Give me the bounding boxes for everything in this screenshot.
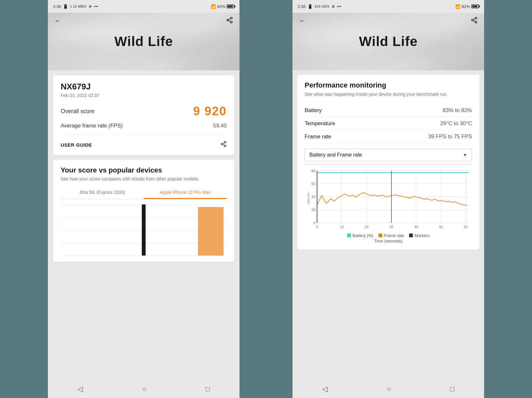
svg-text:80: 80: [311, 168, 315, 172]
status-right-left-side: 2:38 📱 915 KB/S ❄ •••: [298, 4, 341, 9]
score-bar-right: [198, 207, 224, 256]
svg-line-8: [223, 144, 224, 145]
svg-point-7: [224, 145, 226, 147]
status-right-right-side: 📶 82%: [455, 4, 479, 9]
svg-text:50: 50: [439, 225, 443, 229]
data-speed-left: 1.15 MB/S: [70, 4, 86, 8]
dropdown-label: Battery and Frame rate: [309, 152, 362, 158]
compare-subtitle: See how your score compares with results…: [61, 176, 227, 181]
svg-point-0: [231, 17, 232, 19]
x-axis-label: Time (seconds): [305, 239, 472, 243]
svg-text:40: 40: [311, 195, 315, 199]
battery-percent-right: 82%: [462, 4, 470, 9]
legend-battery: Battery (%): [347, 233, 373, 238]
bottom-nav-right: ◁ ○ □: [293, 380, 484, 398]
phone-right: 2:38 📱 915 KB/S ❄ ••• 📶 82% ←: [293, 0, 484, 398]
wifi-icon-right: 📶: [455, 4, 460, 9]
recent-nav-right[interactable]: □: [450, 385, 454, 393]
hero-banner-left: ← Wild Life: [48, 13, 239, 70]
svg-text:60: 60: [311, 181, 315, 186]
phone-left: 2:38 📱 1.15 MB/S ❄ ••• 📶 82% ←: [48, 0, 239, 398]
more-icon: •••: [94, 4, 98, 9]
temp-label: Temperature: [305, 120, 335, 127]
svg-text:0: 0: [313, 220, 315, 225]
home-nav-right[interactable]: ○: [387, 385, 391, 393]
svg-text:Wild Life: Wild Life: [307, 193, 310, 204]
hero-banner-right: ← Wild Life: [293, 13, 484, 70]
device-date: Feb 23, 2022 02:37: [61, 93, 227, 98]
share-button-card[interactable]: [220, 141, 227, 149]
svg-text:40: 40: [414, 225, 418, 229]
chart-dropdown[interactable]: Battery and Frame rate ▼: [305, 149, 472, 161]
time-right: 2:38: [298, 4, 306, 9]
svg-line-4: [229, 19, 231, 20]
battery-icon-right: [471, 4, 479, 8]
markers-legend-label: Markers: [414, 233, 429, 238]
more-icon-right: •••: [337, 4, 341, 9]
fps-label: Average frame rate (FPS): [61, 123, 123, 129]
svg-text:20: 20: [311, 207, 315, 211]
chart-legend: Battery (%) Frame rate Markers: [305, 233, 472, 238]
svg-text:30: 30: [390, 225, 393, 229]
metric-temperature: Temperature 29°C to 30°C: [305, 117, 472, 130]
fps-value: 59.40: [213, 123, 227, 129]
svg-point-5: [224, 142, 226, 143]
compare-card: Your score vs popular devices See how yo…: [53, 160, 234, 262]
share-button-left[interactable]: [226, 17, 233, 26]
phones-container: 2:38 📱 1.15 MB/S ❄ ••• 📶 82% ←: [0, 0, 532, 398]
user-guide-label[interactable]: USER GUIDE: [61, 142, 92, 148]
svg-text:60: 60: [464, 225, 468, 229]
metric-battery: Battery 83% to 82%: [305, 104, 472, 117]
bottom-nav-left: ◁ ○ □: [48, 380, 239, 398]
perf-subtitle: See what was happening inside your devic…: [305, 91, 472, 98]
bluetooth-icon-right: ❄: [331, 4, 335, 9]
back-button-right[interactable]: ←: [299, 17, 306, 26]
tab-iphone[interactable]: Apple iPhone 12 Pro Max: [144, 187, 227, 199]
score-row: Overall score 9 920: [61, 104, 227, 118]
svg-line-3: [229, 20, 231, 22]
hero-title-left: Wild Life: [114, 34, 173, 49]
battery-legend-color: [347, 233, 351, 237]
wifi-icon-left: 📶: [211, 4, 216, 9]
battery-value: 83% to 82%: [443, 107, 472, 114]
battery-icon-left: [227, 4, 234, 8]
svg-point-12: [475, 21, 477, 23]
tab-ultra[interactable]: JItra 5G (Exynos 2100): [61, 187, 144, 199]
divider: [305, 164, 472, 164]
status-bar-left: 2:38 📱 1.15 MB/S ❄ ••• 📶 82%: [48, 0, 239, 13]
chevron-down-icon: ▼: [463, 152, 467, 157]
share-button-right[interactable]: [471, 17, 478, 26]
legend-markers: Markers: [409, 233, 429, 238]
nav-bar-right: ←: [293, 13, 484, 29]
legend-framerate: Frame rate: [378, 233, 404, 238]
score-bar-left: [142, 204, 146, 256]
recent-nav-left[interactable]: □: [206, 385, 210, 393]
compare-tabs: JItra 5G (Exynos 2100) Apple iPhone 12 P…: [61, 187, 227, 199]
status-bar-right: 2:38 📱 915 KB/S ❄ ••• 📶 82%: [293, 0, 484, 13]
svg-point-1: [227, 19, 229, 21]
home-nav-left[interactable]: ○: [142, 385, 146, 393]
content-left: NX679J Feb 23, 2022 02:37 Overall score …: [48, 70, 239, 380]
device-id: NX679J: [61, 82, 227, 92]
back-nav-right[interactable]: ◁: [322, 385, 328, 393]
nav-bar-left: ←: [48, 13, 239, 29]
back-nav-left[interactable]: ◁: [78, 385, 83, 393]
svg-point-2: [231, 21, 232, 23]
perf-title: Performance monitoring: [305, 81, 472, 89]
svg-point-10: [475, 17, 477, 19]
status-left: 2:38 📱 1.15 MB/S ❄ •••: [53, 4, 98, 9]
battery-label: Battery: [305, 107, 322, 114]
svg-line-13: [473, 20, 475, 22]
markers-legend-color: [409, 233, 413, 237]
fps-label-right: Frame rate: [305, 134, 331, 140]
data-speed-right: 915 KB/S: [315, 4, 329, 8]
svg-text:0: 0: [316, 225, 318, 229]
fps-value-right: 39 FPS to 75 FPS: [428, 134, 472, 140]
device-icon-right: 📱: [308, 4, 313, 9]
back-button-left[interactable]: ←: [54, 17, 61, 26]
overall-score-value: 9 920: [193, 104, 227, 118]
battery-legend-label: Battery (%): [353, 233, 373, 238]
svg-text:10: 10: [340, 225, 344, 229]
framerate-legend-color: [378, 233, 382, 237]
compare-title: Your score vs popular devices: [61, 166, 227, 174]
